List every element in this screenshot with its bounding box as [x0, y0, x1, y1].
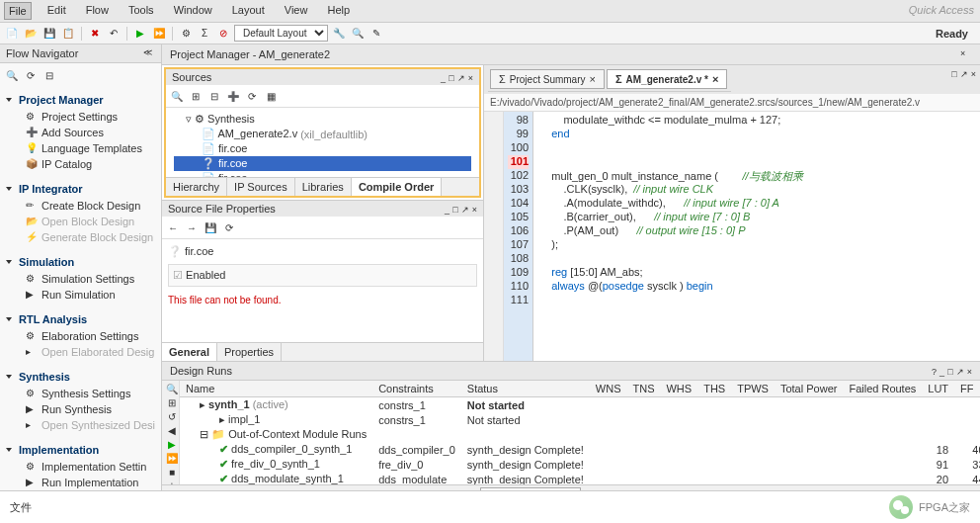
collapse-all-icon[interactable]: ⊟ [41, 67, 57, 83]
maximize-icon[interactable]: □ [452, 205, 457, 215]
table-row[interactable]: ✔ dds_modulate_synth_1dds_modulatesynth_… [180, 472, 980, 484]
close-icon[interactable]: × [960, 48, 972, 60]
tab-libraries[interactable]: Libraries [295, 178, 352, 196]
nav-item[interactable]: ⚡Generate Block Design [6, 229, 155, 245]
prev-icon[interactable]: ◀ [164, 425, 180, 436]
run-icon[interactable]: ▶ [132, 26, 148, 42]
editor-tab[interactable]: Σ Project Summary × [490, 69, 605, 89]
cancel-icon[interactable]: ⊘ [215, 26, 231, 42]
popout-icon[interactable]: ↗ [960, 69, 968, 79]
settings-icon[interactable]: ⚙ [178, 26, 194, 42]
popout-icon[interactable]: ↗ [457, 73, 465, 83]
minimize-icon[interactable]: _ [939, 367, 944, 377]
collapse-icon[interactable]: ≪ [143, 47, 155, 59]
refresh-icon[interactable]: ⟳ [23, 67, 39, 83]
table-row[interactable]: ✔ fre_div_0_synth_1fre_div_0synth_design… [180, 457, 980, 472]
nav-item[interactable]: ⚙Simulation Settings [6, 271, 155, 287]
close-icon[interactable]: × [971, 69, 976, 79]
tree-item[interactable]: 📄 AM_generate2.v (xil_defaultlib) [174, 127, 471, 141]
nav-item[interactable]: ▶Run Simulation [6, 287, 155, 303]
forward-icon[interactable]: → [184, 219, 200, 235]
code-text[interactable]: modulate_withdc <= modulate_mulma + 127;… [533, 112, 980, 361]
search-nav-icon[interactable]: 🔍 [4, 67, 20, 83]
menu-flow[interactable]: Flow [82, 2, 113, 20]
nav-item[interactable]: ▶Run Implementation [6, 475, 155, 490]
close-icon[interactable]: × [967, 367, 972, 377]
menu-tools[interactable]: Tools [124, 2, 158, 20]
nav-head-syn[interactable]: Synthesis [6, 368, 155, 386]
search-icon[interactable]: 🔍 [169, 88, 185, 104]
sigma-icon[interactable]: Σ [197, 26, 212, 42]
highlight-icon[interactable]: ✎ [368, 26, 384, 42]
nav-item[interactable]: ▸Open Elaborated Desig [6, 344, 155, 360]
close-tab-icon[interactable]: × [712, 73, 718, 85]
run-icon[interactable]: ▶ [164, 439, 180, 450]
expand-icon[interactable]: ⊞ [164, 397, 180, 408]
delete-icon[interactable]: ✖ [87, 26, 103, 42]
menu-help[interactable]: Help [323, 2, 354, 20]
open-icon[interactable]: 📂 [23, 26, 39, 42]
add-icon[interactable]: ➕ [225, 88, 241, 104]
expand-icon[interactable]: ⊞ [188, 88, 204, 104]
reset-icon[interactable]: ↺ [164, 411, 180, 422]
nav-item[interactable]: ✏Create Block Design [6, 198, 155, 214]
minimize-icon[interactable]: _ [441, 73, 446, 83]
tree-item[interactable]: ❔ fir.coe [174, 156, 471, 171]
wrench-icon[interactable]: 🔧 [331, 26, 347, 42]
nav-head-ipi[interactable]: IP Integrator [6, 180, 155, 198]
refresh-icon[interactable]: ⟳ [244, 88, 260, 104]
table-row[interactable]: ▸ synth_1 (active)constrs_1Not started [180, 397, 980, 413]
nav-head-sim[interactable]: Simulation [6, 253, 155, 271]
quick-access[interactable]: Quick Access [907, 2, 976, 20]
table-row[interactable]: ⊟ 📁 Out-of-Context Module Runs [180, 427, 980, 442]
close-tab-icon[interactable]: × [590, 73, 596, 85]
maximize-icon[interactable]: □ [947, 367, 952, 377]
menu-edit[interactable]: Edit [43, 2, 70, 20]
table-row[interactable]: ▸ impl_1constrs_1Not started [180, 412, 980, 427]
design-runs-table[interactable]: NameConstraintsStatusWNSTNSWHSTHSTPWSTot… [180, 381, 980, 484]
maximize-icon[interactable]: □ [951, 69, 956, 79]
tree-item[interactable]: 📄 fir.coe [174, 141, 471, 156]
new-icon[interactable]: 📄 [4, 26, 20, 42]
undo-icon[interactable]: ↶ [106, 26, 122, 42]
tab-properties[interactable]: Properties [217, 343, 282, 361]
nav-head-impl[interactable]: Implementation [6, 441, 155, 459]
collapse-icon[interactable]: ⊟ [206, 88, 222, 104]
nav-item[interactable]: 📦IP Catalog [6, 156, 155, 172]
menu-view[interactable]: View [281, 2, 312, 20]
minimize-icon[interactable]: _ [445, 205, 449, 215]
copy-icon[interactable]: 📋 [60, 26, 76, 42]
nav-item[interactable]: ⚙Elaboration Settings [6, 328, 155, 344]
nav-item[interactable]: ⚙Project Settings [6, 109, 155, 125]
help-icon[interactable]: ? [932, 367, 937, 377]
back-icon[interactable]: ← [165, 219, 181, 235]
menu-file[interactable]: File [4, 2, 32, 20]
nav-head-rtl[interactable]: RTL Analysis [6, 310, 155, 328]
menu-layout[interactable]: Layout [228, 2, 269, 20]
maximize-icon[interactable]: □ [449, 73, 453, 83]
menu-window[interactable]: Window [170, 2, 216, 20]
editor-tab[interactable]: Σ AM_generate2.v * × [607, 69, 727, 89]
nav-item[interactable]: ➕Add Sources [6, 125, 155, 140]
nav-head-pm[interactable]: Project Manager [6, 91, 155, 109]
nav-item[interactable]: 📂Open Block Design [6, 214, 155, 229]
layout-select[interactable]: Default Layout [234, 25, 328, 42]
tab-compile-order[interactable]: Compile Order [352, 178, 442, 196]
save-icon[interactable]: 💾 [41, 26, 57, 42]
runall-icon[interactable]: ⏩ [164, 453, 180, 464]
tab-hierarchy[interactable]: Hierarchy [166, 178, 227, 196]
close-icon[interactable]: × [472, 205, 477, 215]
enabled-checkbox[interactable]: ☑ Enabled [168, 264, 477, 287]
tab-general[interactable]: General [162, 343, 217, 361]
nav-item[interactable]: ⚙Synthesis Settings [6, 386, 155, 401]
nav-item[interactable]: ⚙Implementation Settin [6, 459, 155, 475]
nav-item[interactable]: ▶Run Synthesis [6, 401, 155, 417]
tab-ip-sources[interactable]: IP Sources [227, 178, 295, 196]
search-icon[interactable]: 🔍 [164, 384, 180, 394]
close-icon[interactable]: × [468, 73, 473, 83]
filter-icon[interactable]: ▦ [263, 88, 279, 104]
tree-synthesis[interactable]: ▿ ⚙ Synthesis [174, 112, 471, 127]
search-icon[interactable]: 🔍 [350, 26, 366, 42]
stop-icon[interactable]: ■ [164, 467, 180, 478]
nav-item[interactable]: ▸Open Synthesized Desi [6, 417, 155, 433]
